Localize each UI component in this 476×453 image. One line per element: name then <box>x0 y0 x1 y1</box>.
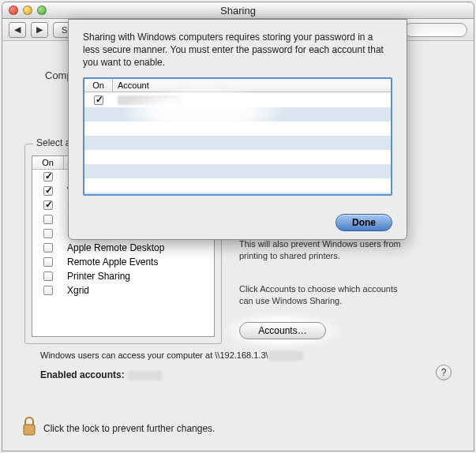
service-label: Apple Remote Desktop <box>64 242 214 253</box>
sheet-header-account[interactable]: Account <box>113 79 391 92</box>
checkbox-icon[interactable] <box>43 200 53 210</box>
service-checkbox-cell[interactable] <box>32 271 64 281</box>
titlebar: Sharing <box>2 2 474 19</box>
account-row[interactable] <box>84 93 391 107</box>
checkbox-icon[interactable] <box>43 286 53 295</box>
service-label: Remote Apple Events <box>64 256 214 268</box>
accounts-sheet: Sharing with Windows computers requires … <box>68 19 407 240</box>
forward-button[interactable]: ▶ <box>31 22 48 38</box>
checkbox-icon[interactable] <box>43 257 53 267</box>
service-row[interactable]: Printer Sharing <box>32 269 214 283</box>
accounts-button[interactable]: Accounts… <box>239 322 326 339</box>
service-checkbox-cell[interactable] <box>32 186 64 196</box>
checkbox-icon[interactable] <box>94 95 103 105</box>
checkbox-icon[interactable] <box>43 172 53 182</box>
sheet-header-on[interactable]: On <box>84 79 113 92</box>
help-button[interactable]: ? <box>436 365 452 380</box>
accounts-hint-line1: Click Accounts to choose which accounts <box>239 284 398 294</box>
prevent-line2: printing to shared printers. <box>239 251 340 260</box>
checkbox-icon[interactable] <box>43 186 53 196</box>
service-checkbox-cell[interactable] <box>32 257 64 267</box>
lock-row: Click the lock to prevent further change… <box>21 417 215 440</box>
service-checkbox-cell[interactable] <box>32 229 64 238</box>
service-row[interactable]: Remote Apple Events <box>32 255 214 269</box>
blurred-account-name <box>118 95 181 105</box>
service-checkbox-cell[interactable] <box>32 243 64 253</box>
service-label: Xgrid <box>64 285 214 296</box>
account-checkbox-cell[interactable] <box>84 95 113 105</box>
checkbox-icon[interactable] <box>43 229 53 238</box>
sheet-table: On Account <box>83 77 392 196</box>
blurred-account <box>127 371 162 380</box>
service-checkbox-cell[interactable] <box>32 172 64 182</box>
checkbox-icon[interactable] <box>43 271 53 281</box>
back-button[interactable]: ◀ <box>9 22 26 38</box>
service-row[interactable]: Xgrid <box>32 283 214 298</box>
search-input[interactable] <box>404 23 467 37</box>
service-checkbox-cell[interactable] <box>32 286 64 295</box>
service-checkbox-cell[interactable] <box>32 200 64 210</box>
window-root: Sharing ◀ ▶ Show All Comp Select a On Se… <box>0 0 476 453</box>
checkbox-icon[interactable] <box>43 215 53 224</box>
access-address-line: Windows users can access your computer a… <box>40 350 303 361</box>
prevent-line1: This will also prevent Windows users fro… <box>239 239 401 249</box>
window-title: Sharing <box>2 5 474 17</box>
service-row[interactable]: Apple Remote Desktop <box>32 241 214 255</box>
checkbox-icon[interactable] <box>43 243 53 253</box>
lock-text: Click the lock to prevent further change… <box>43 423 215 434</box>
account-label <box>113 95 391 106</box>
service-checkbox-cell[interactable] <box>32 215 64 224</box>
sheet-message: Sharing with Windows computers requires … <box>69 20 407 77</box>
service-label: Printer Sharing <box>64 271 214 282</box>
done-button[interactable]: Done <box>335 214 392 231</box>
lock-icon[interactable] <box>21 417 37 440</box>
blurred-username <box>268 351 303 361</box>
enabled-accounts-line: Enabled accounts: <box>40 369 162 380</box>
accounts-hint-line2: can use Windows Sharing. <box>239 296 342 305</box>
svg-rect-0 <box>24 425 35 435</box>
sheet-table-header: On Account <box>84 79 391 92</box>
services-header-on[interactable]: On <box>32 156 64 169</box>
